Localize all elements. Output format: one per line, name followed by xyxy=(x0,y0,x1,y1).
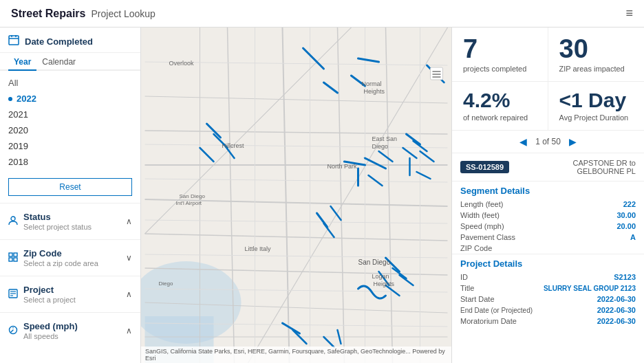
map-background: Overlook Normal Heights Hillcrest East S… xyxy=(141,28,451,363)
detail-proj-id: ID S2123 xyxy=(452,272,644,283)
segment-header: SS-012589 CAPSTONE DR toGELBOURNE PL xyxy=(452,153,644,181)
svg-text:San Diego: San Diego xyxy=(358,258,391,266)
year-item-2022[interactable]: 2022 xyxy=(8,91,132,107)
detail-moratorium: Moratorium Date 2022-06-30 xyxy=(452,316,644,327)
svg-rect-91 xyxy=(431,67,443,80)
svg-text:San Diego: San Diego xyxy=(180,193,206,199)
detail-zipcode: ZIP Code xyxy=(452,243,644,254)
detail-label-zipcode: ZIP Code xyxy=(460,244,492,252)
stat-avg-duration: <1 Day Avg Project Duration xyxy=(548,82,645,130)
year-item-all[interactable]: All xyxy=(8,75,132,91)
stat-zip-areas: 30 ZIP areas impacted xyxy=(548,28,645,82)
stat-label-projects: projects completed xyxy=(463,65,537,73)
reset-button[interactable]: Reset xyxy=(8,178,132,196)
detail-label-end-date: End Date (or Projected) xyxy=(460,307,533,314)
status-icon xyxy=(8,216,18,228)
detail-value-proj-id: S2123 xyxy=(614,273,636,281)
svg-rect-8 xyxy=(14,258,17,261)
status-filter: Status Select project status ∧ xyxy=(0,203,140,239)
project-chevron-icon: ∧ xyxy=(126,289,132,299)
detail-label-pavement: Pavement Class xyxy=(460,233,515,241)
project-subtitle: Select a project xyxy=(23,296,76,304)
year-calendar-tabs: Year Calendar xyxy=(0,53,140,71)
svg-rect-0 xyxy=(9,36,19,45)
status-title: Status xyxy=(23,212,92,222)
detail-value-end-date: 2022-06-30 xyxy=(597,306,636,314)
project-filter-header[interactable]: Project Select a project ∧ xyxy=(8,282,132,307)
menu-icon[interactable]: ≡ xyxy=(625,6,633,21)
svg-text:Hillcrest: Hillcrest xyxy=(222,142,245,149)
zipcode-filter-header[interactable]: Zip Code Select a zip code area ∨ xyxy=(8,245,132,270)
main-layout: Date Completed Year Calendar All 2022 20… xyxy=(0,28,644,363)
status-filter-info: Status Select project status xyxy=(23,212,92,231)
speed-filter: Speed (mph) All speeds ∧ xyxy=(0,312,140,349)
year-list: All 2022 2021 2020 2019 2018 xyxy=(0,71,140,174)
speed-subtitle: All speeds xyxy=(23,332,78,340)
svg-rect-6 xyxy=(14,253,17,256)
zipcode-filter: Zip Code Select a zip code area ∨ xyxy=(0,239,140,276)
svg-text:Heights: Heights xyxy=(374,280,395,287)
stat-number-projects: 7 xyxy=(463,36,537,62)
detail-label-width: Width (feet) xyxy=(460,211,500,219)
svg-rect-7 xyxy=(9,258,12,261)
zipcode-title: Zip Code xyxy=(23,248,98,258)
svg-text:Normal: Normal xyxy=(362,80,382,87)
project-details-title: Project Details xyxy=(452,254,644,272)
right-panel: 7 projects completed 30 ZIP areas impact… xyxy=(451,28,644,363)
detail-label-moratorium: Moratorium Date xyxy=(460,317,517,325)
prev-page-arrow[interactable]: ◀ xyxy=(519,136,527,147)
year-item-2021[interactable]: 2021 xyxy=(8,107,132,122)
sidebar: Date Completed Year Calendar All 2022 20… xyxy=(0,28,141,363)
map-svg: Overlook Normal Heights Hillcrest East S… xyxy=(141,28,451,363)
detail-value-speed: 20.00 xyxy=(616,222,636,230)
speed-filter-info: Speed (mph) All speeds xyxy=(23,321,78,340)
status-filter-header[interactable]: Status Select project status ∧ xyxy=(8,209,132,234)
stat-label-duration: Avg Project Duration xyxy=(559,113,634,122)
speed-title: Speed (mph) xyxy=(23,321,78,331)
stat-network-repaired: 4.2% of network repaired xyxy=(452,82,548,130)
stat-projects-completed: 7 projects completed xyxy=(452,28,548,82)
project-title: Project xyxy=(23,285,76,295)
svg-text:Diego: Diego xyxy=(372,143,389,150)
tab-year[interactable]: Year xyxy=(8,53,36,71)
date-completed-label: Date Completed xyxy=(25,36,93,47)
zipcode-subtitle: Select a zip code area xyxy=(23,259,98,267)
detail-value-width: 30.00 xyxy=(616,211,636,219)
year-item-2018[interactable]: 2018 xyxy=(8,154,132,170)
detail-label-proj-title: Title xyxy=(460,284,474,292)
tab-calendar[interactable]: Calendar xyxy=(36,53,81,71)
year-item-2019[interactable]: 2019 xyxy=(8,138,132,154)
calendar-icon xyxy=(8,34,19,48)
status-filter-left: Status Select project status xyxy=(8,212,92,231)
detail-label-proj-id: ID xyxy=(460,273,468,281)
speed-filter-left: Speed (mph) All speeds xyxy=(8,321,78,340)
zipcode-filter-info: Zip Code Select a zip code area xyxy=(23,248,98,267)
detail-start-date: Start Date 2022-06-30 xyxy=(452,294,644,305)
app-subtitle: Project Lookup xyxy=(92,8,155,19)
project-icon xyxy=(8,289,18,300)
year-item-2020[interactable]: 2020 xyxy=(8,122,132,138)
date-completed-header: Date Completed xyxy=(0,28,140,53)
detail-label-speed: Speed (mph) xyxy=(460,222,504,230)
speed-filter-header[interactable]: Speed (mph) All speeds ∧ xyxy=(8,318,132,343)
status-chevron-icon: ∧ xyxy=(126,217,132,226)
stat-label-network: of network repaired xyxy=(463,113,537,122)
detail-value-proj-title: SLURRY SEAL GROUP 2123 xyxy=(544,285,636,292)
svg-text:Logan: Logan xyxy=(372,273,389,280)
stats-grid: 7 projects completed 30 ZIP areas impact… xyxy=(452,28,644,131)
detail-speed: Speed (mph) 20.00 xyxy=(452,221,644,232)
detail-value-start-date: 2022-06-30 xyxy=(597,295,636,303)
detail-value-pavement: A xyxy=(630,233,636,241)
pagination-row: ◀ 1 of 50 ▶ xyxy=(452,131,644,153)
status-subtitle: Select project status xyxy=(23,223,92,231)
next-page-arrow[interactable]: ▶ xyxy=(569,136,577,147)
speed-icon xyxy=(8,325,18,337)
selected-dot xyxy=(8,97,12,101)
project-filter-left: Project Select a project xyxy=(8,285,76,304)
detail-end-date: End Date (or Projected) 2022-06-30 xyxy=(452,305,644,316)
segment-id-badge: SS-012589 xyxy=(460,161,509,173)
map-container[interactable]: Overlook Normal Heights Hillcrest East S… xyxy=(141,28,451,363)
stat-number-zip: 30 xyxy=(559,36,634,62)
svg-text:Int'l Airport: Int'l Airport xyxy=(176,200,202,206)
detail-length: Length (feet) 222 xyxy=(452,199,644,210)
